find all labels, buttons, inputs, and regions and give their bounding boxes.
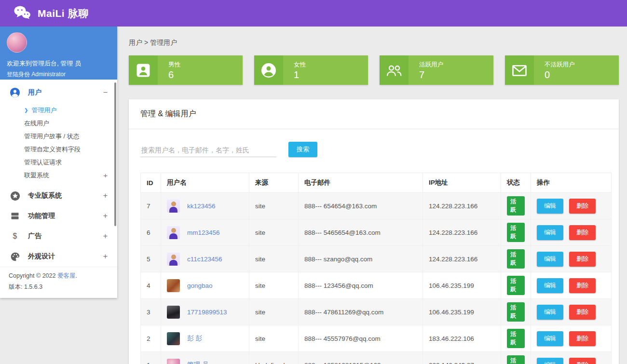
panel-title: 管理 & 编辑用户 [129,99,619,129]
user-avatar[interactable] [167,306,180,319]
stat-card-male[interactable]: 男性 6 [129,55,243,85]
email-cell: 888--- 5465654@163.com [299,219,423,246]
user-icon [10,87,20,98]
search-row: 搜索 [129,129,619,160]
ip-cell: 223.146.249.27 [423,352,501,364]
delete-button[interactable]: 删除 [569,331,596,346]
username-link[interactable]: 17719899513 [187,309,227,316]
expand-icon[interactable]: + [103,252,108,261]
sidebar-item-user-stories[interactable]: 管理用户故事 / 状态 [0,130,117,143]
delete-button[interactable]: 删除 [569,252,596,267]
submenu-label: 在线用户 [24,119,49,128]
expand-icon[interactable]: + [103,232,108,241]
star-circle-icon [10,190,20,201]
user-avatar[interactable] [167,359,180,364]
username-link[interactable]: 彭 彭 [187,334,202,343]
chevron-right-icon: ❯ [24,108,28,113]
profile-card: 欢迎来到管理后台, 管理 员 登陆身份 Administrator [0,27,117,80]
edit-button[interactable]: 编辑 [537,278,563,293]
status-badge: 活跃 [507,223,525,242]
sidebar-item-online-users[interactable]: 在线用户 [0,117,117,130]
sidebar-item-manage-users[interactable]: ❯ 管理用户 [0,104,117,117]
sidebar-item-verification-requests[interactable]: 管理认证请求 [0,156,117,169]
status-badge: 活跃 [507,276,525,295]
user-avatar[interactable] [167,200,180,213]
expand-icon[interactable]: + [103,171,108,179]
sidebar-item-label: 专业版系统 [28,191,62,200]
edit-button[interactable]: 编辑 [537,358,563,364]
collapse-icon[interactable]: − [103,88,108,97]
col-header-ip: IP地址 [423,173,501,193]
expand-icon[interactable]: + [103,212,108,220]
id-cell: 3 [141,299,161,325]
source-cell: Undefined [249,352,299,364]
sidebar-footer: Copyright © 2022 爱客屋. 版本: 1.5.6.3 [0,267,117,292]
users-group-icon [380,55,409,85]
username-link[interactable]: mm123456 [187,229,220,236]
user-avatar[interactable] [167,253,180,266]
ip-cell: 106.46.235.199 [423,299,501,325]
stat-card-inactive-users[interactable]: 不活跃用户 0 [505,55,619,85]
search-input[interactable] [140,143,276,157]
sidebar-item-users[interactable]: 用户 − [0,82,117,103]
expand-icon[interactable]: + [103,191,108,200]
copyright-prefix: Copyright © 2022 [9,272,57,279]
users-table-wrap: ID 用户名 来源 电子邮件 IP地址 状态 操作 7 kk123456 sit… [129,160,619,364]
sidebar-menu: 用户 − ❯ 管理用户 在线用户 管理用户故事 / 状态 管理自定义资料字段 管… [0,80,117,267]
stat-card-active-users[interactable]: 活跃用户 7 [380,55,493,85]
submenu-label: 管理认证请求 [24,158,62,167]
col-header-status: 状态 [501,173,531,193]
delete-button[interactable]: 删除 [569,278,596,293]
id-cell: 4 [141,272,161,299]
sidebar-item-feature-management[interactable]: 功能管理 + [0,206,117,226]
username-link[interactable]: gongbao [187,282,213,289]
user-avatar[interactable] [167,226,180,239]
version-text: 版本: 1.5.6.3 [9,283,109,291]
email-cell: 888--- 654654@163.com [299,193,423,219]
delete-button[interactable]: 删除 [569,305,596,320]
delete-button[interactable]: 删除 [569,358,596,364]
search-button[interactable]: 搜索 [288,142,317,157]
sidebar-item-affiliate-system[interactable]: 联盟系统 + [0,169,117,182]
login-role-text: 登陆身份 Administrator [7,70,110,79]
wechat-logo-icon [14,5,31,22]
username-link[interactable]: 管理 员 [187,361,208,364]
table-row: 7 kk123456 site 888--- 654654@163.com 12… [141,193,612,219]
col-header-id: ID [141,173,161,193]
table-row: 3 17719899513 site 888--- 478611269@qq.c… [141,299,612,325]
username-link[interactable]: c11c123456 [187,256,222,263]
sidebar: 欢迎来到管理后台, 管理 员 登陆身份 Administrator 用户 − ❯… [0,27,117,298]
ip-cell: 183.46.222.106 [423,325,501,352]
sidebar-scrollbar[interactable] [114,82,116,226]
copyright-link[interactable]: 爱客屋 [57,272,76,279]
ip-cell: 124.228.223.166 [423,219,501,246]
sidebar-item-appearance[interactable]: 外观设计 + [0,246,117,267]
id-cell: 7 [141,193,161,219]
delete-button[interactable]: 删除 [569,225,596,240]
edit-button[interactable]: 编辑 [537,252,563,267]
breadcrumb: 用户 > 管理用户 [129,39,619,47]
status-badge: 活跃 [507,355,525,364]
edit-button[interactable]: 编辑 [537,331,563,346]
ip-cell: 124.228.223.166 [423,193,501,219]
delete-button[interactable]: 删除 [569,199,596,214]
user-avatar[interactable] [167,332,180,345]
avatar[interactable] [7,32,27,53]
top-header-bar: MaiLi 脉聊 [0,0,627,27]
stat-card-female[interactable]: 女性 1 [254,55,368,85]
source-cell: site [249,219,299,246]
edit-button[interactable]: 编辑 [537,199,563,214]
id-cell: 6 [141,219,161,246]
users-submenu: ❯ 管理用户 在线用户 管理用户故事 / 状态 管理自定义资料字段 管理认证请求… [0,103,117,186]
username-link[interactable]: kk123456 [187,202,216,210]
sidebar-item-ads[interactable]: $ 广告 + [0,226,117,246]
edit-button[interactable]: 编辑 [537,305,563,320]
sidebar-item-pro-system[interactable]: 专业版系统 + [0,186,117,206]
dollar-icon: $ [10,231,20,242]
main-content: 用户 > 管理用户 男性 6 [117,27,627,364]
user-avatar[interactable] [167,279,180,292]
sidebar-item-custom-fields[interactable]: 管理自定义资料字段 [0,143,117,156]
app-logo[interactable]: MaiLi 脉聊 [14,5,89,22]
source-cell: site [249,272,299,299]
edit-button[interactable]: 编辑 [537,225,563,240]
